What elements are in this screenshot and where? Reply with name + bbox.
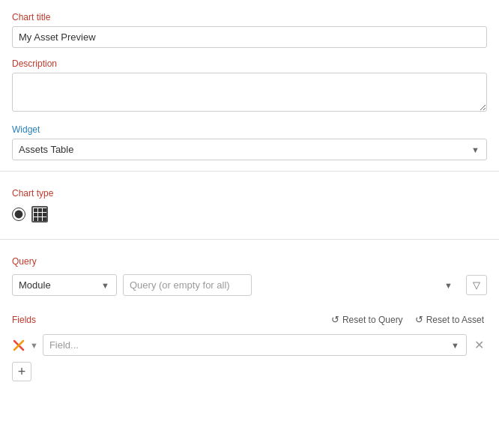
description-input[interactable] (12, 73, 487, 112)
query-module-wrapper: Module Asset User ▼ (12, 274, 117, 296)
reset-asset-icon: ↺ (415, 314, 423, 325)
chart-type-label: Chart type (12, 188, 487, 199)
grid-cell (34, 217, 37, 221)
widget-label: Widget (12, 124, 487, 135)
query-value-select[interactable]: Query (or empty for all) (123, 274, 252, 296)
reset-to-query-button[interactable]: ↺ Reset to Query (328, 312, 406, 327)
close-icon: ✕ (474, 338, 484, 352)
widget-group: Widget Assets Table Bar Chart Line Chart… (12, 124, 487, 160)
reset-to-asset-button[interactable]: ↺ Reset to Asset (412, 312, 487, 327)
chart-title-input[interactable] (12, 26, 487, 48)
reset-to-asset-label: Reset to Asset (426, 315, 484, 325)
widget-select-wrapper: Assets Table Bar Chart Line Chart Pie Ch… (12, 139, 487, 160)
description-label: Description (12, 58, 487, 69)
query-section: Query Module Asset User ▼ Query (or empt… (0, 247, 499, 305)
grid-cell (34, 208, 37, 212)
chart-type-grid-icon[interactable] (31, 206, 48, 223)
field-remove-button[interactable]: ✕ (471, 336, 487, 354)
fields-header: Fields ↺ Reset to Query ↺ Reset to Asset (12, 312, 487, 327)
grid-cell (38, 217, 42, 221)
fields-section: Fields ↺ Reset to Query ↺ Reset to Asset… (0, 305, 499, 393)
query-value-wrapper: Query (or empty for all) ▼ (123, 274, 460, 296)
query-value-arrow: ▼ (444, 281, 453, 290)
drag-handle-icon[interactable] (12, 339, 25, 352)
chart-title-label: Chart title (12, 12, 487, 22)
divider-1 (0, 171, 499, 172)
plus-icon: + (18, 364, 26, 380)
grid-cell (43, 208, 46, 212)
query-row: Module Asset User ▼ Query (or empty for … (12, 274, 487, 296)
description-group: Description (12, 58, 487, 114)
reset-query-icon: ↺ (331, 314, 339, 325)
divider-2 (0, 239, 499, 240)
field-row: ▼ Field... ▼ ✕ (12, 334, 487, 356)
field-select[interactable]: Field... (43, 334, 467, 356)
field-row-caret: ▼ (30, 341, 38, 350)
grid-cell (38, 208, 42, 212)
grid-icon (34, 208, 46, 221)
filter-icon: ▽ (473, 279, 480, 291)
fields-actions: ↺ Reset to Query ↺ Reset to Asset (328, 312, 487, 327)
chart-title-group: Chart title (12, 12, 487, 48)
add-field-button[interactable]: + (12, 362, 31, 381)
grid-cell (43, 217, 46, 221)
grid-cell (38, 213, 42, 217)
field-select-wrapper: Field... ▼ (43, 334, 467, 356)
query-label: Query (12, 256, 487, 267)
fields-label: Fields (12, 315, 36, 325)
reset-to-query-label: Reset to Query (342, 315, 403, 325)
widget-select[interactable]: Assets Table Bar Chart Line Chart Pie Ch… (12, 139, 487, 160)
chart-type-radio[interactable] (12, 208, 25, 221)
grid-cell (34, 213, 37, 217)
chart-type-row (12, 206, 487, 223)
grid-cell (43, 213, 46, 217)
cross-drag-icon (12, 339, 25, 352)
query-module-select[interactable]: Module Asset User (12, 274, 117, 296)
filter-button[interactable]: ▽ (466, 275, 487, 295)
chart-type-section: Chart type (0, 179, 499, 231)
